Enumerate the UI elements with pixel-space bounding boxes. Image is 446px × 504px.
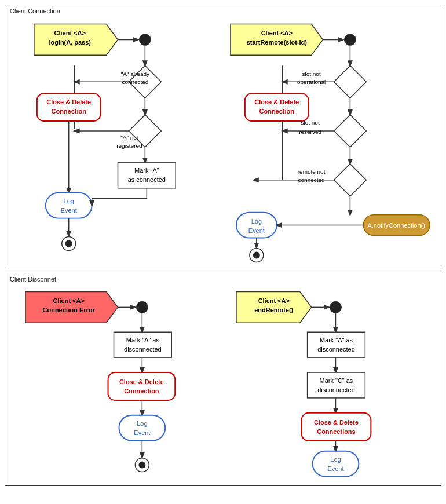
svg-rect-106 — [313, 451, 359, 477]
svg-rect-61 — [236, 213, 277, 238]
svg-marker-48 — [334, 115, 366, 147]
svg-point-37 — [344, 34, 356, 45]
svg-text:Client <A>: Client <A> — [54, 30, 86, 36]
svg-text:Log: Log — [330, 456, 341, 463]
client-disconnect-title: Client Disconnet — [10, 276, 56, 283]
svg-text:A.notifyConnection(): A.notifyConnection() — [368, 222, 425, 229]
svg-text:Event: Event — [327, 465, 343, 472]
svg-marker-39 — [334, 65, 366, 98]
client-disconnect-diagram: Client Disconnet Client <A> Connection E… — [5, 273, 441, 486]
svg-text:Mark "A" as: Mark "A" as — [126, 337, 160, 344]
svg-text:Log: Log — [64, 198, 74, 204]
svg-text:startRemote(slot-id): startRemote(slot-id) — [247, 39, 308, 46]
client-connection-title: Client Connection — [10, 8, 60, 14]
client-disconnect-svg: Client <A> Connection Error Mark "A" as … — [5, 273, 441, 485]
svg-text:Connection: Connection — [124, 388, 159, 395]
svg-text:"A" not: "A" not — [120, 134, 138, 141]
svg-text:operational: operational — [297, 79, 326, 85]
svg-text:as connected: as connected — [128, 176, 166, 183]
svg-text:Mark "C" as: Mark "C" as — [320, 377, 353, 384]
svg-point-72 — [136, 301, 148, 313]
svg-rect-82 — [119, 415, 165, 441]
svg-text:Log: Log — [137, 420, 147, 427]
svg-text:Mark "A" as: Mark "A" as — [320, 337, 353, 344]
svg-text:login(A, pass): login(A, pass) — [49, 39, 91, 46]
svg-text:connected: connected — [122, 79, 148, 85]
svg-text:endRemote(): endRemote() — [254, 306, 293, 313]
svg-text:"A" already: "A" already — [121, 71, 149, 77]
svg-rect-24 — [46, 193, 92, 218]
svg-text:disconnected: disconnected — [317, 386, 355, 393]
client-connection-diagram: Client Connection Client <A> login(A, pa… — [5, 5, 441, 268]
svg-point-66 — [253, 251, 260, 258]
svg-text:reserved: reserved — [299, 129, 321, 135]
svg-text:Log: Log — [251, 218, 262, 225]
svg-text:Client <A>: Client <A> — [258, 297, 290, 304]
svg-text:Close & Delete: Close & Delete — [314, 419, 359, 426]
svg-text:remote not: remote not — [298, 169, 326, 175]
svg-point-4 — [139, 34, 151, 45]
svg-marker-53 — [334, 164, 366, 196]
svg-rect-74 — [114, 332, 172, 357]
svg-text:Connection: Connection — [259, 108, 295, 115]
svg-text:slot not: slot not — [301, 119, 320, 126]
svg-text:connected: connected — [298, 177, 325, 183]
svg-text:Mark "A": Mark "A" — [134, 167, 159, 174]
svg-text:Client <A>: Client <A> — [53, 297, 85, 304]
svg-rect-102 — [302, 413, 371, 441]
svg-point-32 — [65, 240, 72, 247]
svg-text:slot not: slot not — [302, 71, 321, 77]
svg-text:registered: registered — [116, 143, 142, 149]
svg-text:Connection Error: Connection Error — [43, 306, 96, 313]
svg-text:Event: Event — [248, 227, 265, 234]
svg-text:Close & Delete: Close & Delete — [119, 378, 164, 385]
main-container: Client Connection Client <A> login(A, pa… — [0, 0, 446, 504]
svg-rect-98 — [308, 372, 365, 398]
svg-rect-94 — [308, 332, 365, 357]
svg-text:Close & Delete: Close & Delete — [46, 98, 91, 105]
svg-text:Event: Event — [134, 429, 150, 436]
svg-rect-78 — [108, 372, 176, 400]
svg-text:Client <A>: Client <A> — [261, 30, 293, 36]
svg-text:disconnected: disconnected — [317, 346, 355, 353]
svg-text:Event: Event — [61, 207, 77, 214]
client-connection-svg: Client <A> login(A, pass) "A" already co… — [5, 5, 441, 268]
svg-point-92 — [330, 301, 342, 313]
svg-text:Connections: Connections — [317, 428, 355, 435]
svg-point-87 — [138, 462, 145, 469]
svg-text:disconnected: disconnected — [124, 346, 162, 353]
svg-text:Connection: Connection — [52, 108, 87, 115]
svg-text:Close & Delete: Close & Delete — [254, 98, 299, 105]
